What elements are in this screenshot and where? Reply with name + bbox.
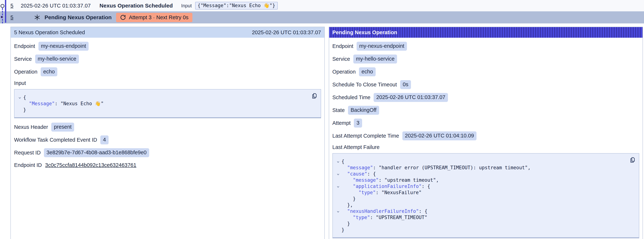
event-input-value-chip[interactable]: {"Message":"Nexus Echo 👋"}: [195, 2, 278, 10]
detail-row-nexus-header: Nexus Headerpresent: [14, 122, 321, 132]
code-gutter: [335, 164, 342, 171]
retry-attempt-badge: Attempt 3 · Next Retry 0s: [116, 13, 192, 22]
timeline-selection-bar: [5, 0, 6, 23]
detail-row-last-attempt-complete-time: Last Attempt Complete Time2025-02-26 UTC…: [332, 132, 640, 140]
field-label: Scheduled Time: [332, 94, 370, 100]
detail-row-operation: Operationecho: [332, 67, 640, 76]
field-label-last-attempt-failure: Last Attempt Failure: [332, 144, 640, 150]
field-value-chip: echo: [41, 67, 57, 76]
event-timestamp: 2025-02-26 UTC 01:03:37.07: [21, 3, 90, 9]
collapse-chevron-icon[interactable]: [335, 171, 342, 177]
code-gutter: [335, 190, 342, 196]
panel-body: Endpointmy-nexus-endpointServicemy-hello…: [11, 38, 324, 178]
history-row-nexus-operation-scheduled[interactable]: 5 2025-02-26 UTC 01:03:37.07 Nexus Opera…: [0, 0, 644, 11]
json-code-line: }: [16, 107, 318, 113]
retry-icon: [120, 14, 126, 20]
retry-badge-label: Attempt 3 · Next Retry 0s: [129, 14, 188, 20]
field-label: Endpoint: [14, 43, 35, 49]
field-value-chip: 2025-02-26 UTC 01:04:10.09: [402, 132, 476, 140]
field-label: Operation: [332, 69, 356, 75]
json-code-block: {"message": "handler error (UPSTREAM_TIM…: [332, 153, 640, 238]
code-gutter: [335, 196, 342, 202]
field-label: Request ID: [14, 150, 41, 156]
field-label: Endpoint ID: [14, 162, 42, 168]
detail-row-endpoint: Endpointmy-nexus-endpoint: [14, 42, 321, 51]
code-gutter: [16, 107, 23, 113]
detail-row-service: Servicemy-hello-service: [14, 54, 321, 64]
copy-icon[interactable]: [311, 93, 318, 99]
json-code-line: }: [335, 220, 636, 227]
event-id-link[interactable]: 5: [10, 3, 13, 9]
json-code-line: }: [335, 227, 636, 233]
field-label: Operation: [14, 69, 37, 75]
json-code-line: "message": "handler error (UPSTREAM_TIME…: [335, 164, 636, 171]
field-label-input: Input: [14, 80, 321, 86]
timeline-event-node-icon[interactable]: [0, 4, 4, 8]
panel-nexus-operation-scheduled: 5 Nexus Operation Scheduled 2025-02-26 U…: [10, 27, 325, 239]
json-code-line: },: [335, 202, 636, 208]
detail-row-schedule-to-close-timeout: Schedule To Close Timeout0s: [332, 80, 640, 89]
field-label: Endpoint: [332, 43, 354, 49]
detail-row-operation: Operationecho: [14, 67, 321, 76]
panel-header-pending: Pending Nexus Operation: [329, 27, 643, 38]
copy-icon[interactable]: [629, 157, 636, 163]
panel-header: 5 Nexus Operation Scheduled 2025-02-26 U…: [11, 27, 324, 38]
collapse-chevron-icon[interactable]: [16, 94, 23, 100]
detail-row-workflow-task-completed-event-id: Workflow Task Completed Event ID4: [14, 136, 321, 144]
field-value-chip: echo: [359, 67, 376, 76]
detail-row-endpoint: Endpointmy-nexus-endpoint: [332, 42, 640, 51]
detail-row-request-id: Request ID3e829b7e-7d67-4b08-aad3-b1e868…: [14, 148, 321, 157]
field-value-chip: my-nexus-endpoint: [38, 42, 89, 51]
field-label: Attempt: [332, 120, 351, 126]
field-value-chip: 3e829b7e-7d67-4b08-aad3-b1e868bfe9e0: [44, 148, 149, 157]
field-label: Last Attempt Complete Time: [332, 133, 399, 139]
field-label: Service: [332, 56, 350, 62]
collapse-chevron-icon[interactable]: [335, 183, 342, 190]
json-code-block: {"Message": "Nexus Echo 👋"}: [14, 89, 321, 118]
event-title: Nexus Operation Scheduled: [100, 2, 173, 9]
field-value-chip: present: [51, 122, 74, 132]
panel-title: 5 Nexus Operation Scheduled: [14, 30, 85, 36]
field-label: Nexus Header: [14, 124, 48, 130]
code-gutter: [16, 100, 23, 107]
json-code-line: "type": "NexusFailure": [335, 190, 636, 196]
collapse-chevron-icon[interactable]: [335, 158, 342, 164]
field-value-chip: 0s: [400, 80, 411, 89]
field-value-link[interactable]: 3c0c75ccfa8144b092c13ce632463761: [45, 162, 136, 168]
code-gutter: [335, 220, 342, 227]
code-gutter: [335, 202, 342, 208]
collapse-chevron-icon[interactable]: [335, 208, 342, 214]
detail-row-state: StateBackingOff: [332, 106, 640, 115]
pending-operation-title: Pending Nexus Operation: [44, 14, 112, 20]
event-input-label: Input: [181, 3, 192, 8]
workflow-history-view: { "colors": { "row2-bg": "#b0bdd8", "ora…: [0, 0, 644, 239]
panel-title: Pending Nexus Operation: [332, 30, 398, 36]
field-value-chip: 2025-02-26 UTC 01:03:37.07: [374, 93, 448, 102]
json-code-line: "type": "UPSTREAM_TIMEOUT": [335, 214, 636, 220]
json-code-line: {: [335, 158, 636, 164]
json-code-line: "cause": {: [335, 171, 636, 177]
event-id-link[interactable]: 5: [10, 14, 13, 20]
code-gutter: [335, 227, 342, 233]
detail-row-service: Servicemy-hello-service: [332, 54, 640, 64]
field-label: Service: [14, 56, 32, 62]
detail-row-scheduled-time: Scheduled Time2025-02-26 UTC 01:03:37.07: [332, 93, 640, 102]
field-value-chip: my-hello-service: [353, 54, 397, 64]
field-value-chip: 4: [100, 136, 108, 144]
history-row-pending-nexus-operation[interactable]: 5 Pending Nexus Operation Attempt 3 · Ne…: [0, 11, 644, 24]
field-value-chip: my-hello-service: [35, 54, 79, 64]
timeline-pending-node-icon[interactable]: [0, 16, 3, 18]
field-label: Schedule To Close Timeout: [332, 82, 397, 88]
detail-row-endpoint-id: Endpoint ID3c0c75ccfa8144b092c13ce632463…: [14, 161, 321, 169]
field-value-chip: 3: [354, 118, 362, 128]
field-label: State: [332, 107, 345, 113]
panel-pending-nexus-operation: Pending Nexus Operation Endpointmy-nexus…: [329, 27, 643, 239]
event-detail-panels: 5 Nexus Operation Scheduled 2025-02-26 U…: [10, 27, 643, 239]
detail-row-attempt: Attempt3: [332, 118, 640, 128]
field-label: Workflow Task Completed Event ID: [14, 137, 97, 143]
json-code-line: "message": "upstream timeout",: [335, 177, 636, 183]
json-code-line: "Message": "Nexus Echo 👋": [16, 100, 318, 107]
pending-asterisk-icon: [34, 14, 40, 21]
field-value-chip: my-nexus-endpoint: [356, 42, 407, 51]
panel-body: Endpointmy-nexus-endpointServicemy-hello…: [329, 38, 643, 239]
